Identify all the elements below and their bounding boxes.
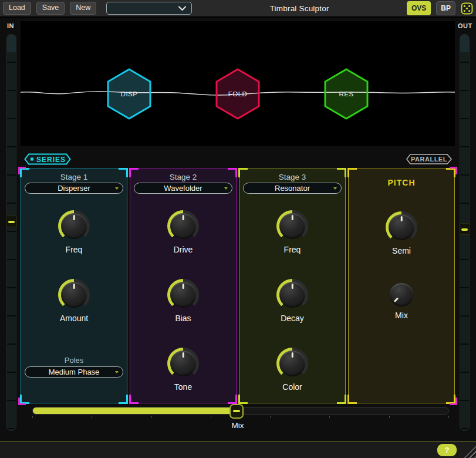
semi-knob-group: Semi — [349, 211, 454, 255]
freq-knob-group: Freq — [239, 210, 345, 254]
poles-label: Poles — [21, 356, 127, 365]
stage-1-title: Stage 1 — [21, 173, 127, 181]
mix-slider[interactable] — [32, 407, 449, 415]
stage-2-drive-knob[interactable] — [167, 210, 199, 242]
corner-bracket — [347, 395, 357, 404]
knob-label: Semi — [349, 246, 454, 255]
pitch-panel: PITCH Semi Mix — [348, 169, 455, 403]
stage-panels-row: Stage 1 Disperser Freq Amount Poles — [21, 169, 455, 403]
input-gain-slider[interactable] — [6, 34, 16, 431]
pitch-title: PITCH — [349, 178, 454, 187]
knob-cap — [279, 282, 305, 308]
knob-label: Tone — [130, 382, 236, 392]
corner-bracket — [129, 395, 139, 404]
knob-label: Color — [239, 382, 345, 392]
resonator-node-label: RES — [339, 90, 353, 97]
knob-pointer — [292, 215, 293, 220]
knob-pointer — [183, 284, 184, 289]
stage-2-panel: Stage 2 Wavefolder Drive Bias — [130, 169, 237, 403]
corner-bracket — [337, 395, 346, 404]
knob-cap — [170, 213, 196, 239]
pitch-mix-knob[interactable] — [389, 282, 414, 308]
parallel-routing-button[interactable]: PARALLEL — [406, 154, 452, 164]
corner-bracket — [20, 395, 29, 404]
stage-1-amount-knob[interactable] — [58, 279, 90, 311]
corner-bracket — [238, 395, 248, 404]
stage-2-tone-knob[interactable] — [167, 348, 199, 379]
poles-dropdown[interactable]: Medium Phase — [25, 366, 123, 378]
bypass-toggle[interactable]: BP — [436, 1, 455, 15]
knob-label: Drive — [130, 245, 236, 254]
input-gain-handle[interactable] — [6, 215, 17, 227]
help-button[interactable]: ? — [437, 444, 457, 456]
disperser-node-label: DISP — [121, 90, 138, 97]
chain-outer-bracket — [450, 167, 457, 174]
knob-cap — [61, 282, 87, 308]
knob-cap — [279, 213, 305, 239]
knob-cap — [279, 351, 305, 376]
knob-label: Freq — [21, 245, 127, 254]
preset-dropdown[interactable] — [106, 2, 192, 15]
stage-3-panel: Stage 3 Resonator Freq Decay — [239, 169, 346, 403]
dropdown-arrow-icon — [115, 371, 119, 373]
knob-cap — [170, 351, 196, 376]
stage-3-type-value: Resonator — [275, 184, 310, 193]
knob-label: Freq — [239, 245, 345, 254]
amount-knob-group: Amount — [21, 279, 127, 323]
output-gain-slider[interactable] — [460, 34, 470, 431]
new-button[interactable]: New — [70, 2, 96, 15]
knob-label: Mix — [349, 311, 454, 320]
series-active-dot — [31, 158, 33, 161]
stage-1-type-dropdown[interactable]: Disperser — [25, 183, 123, 194]
knob-label: Bias — [130, 314, 236, 323]
mix-slider-label: Mix — [21, 421, 455, 430]
save-button[interactable]: Save — [36, 2, 65, 15]
mix-slider-row: Mix — [21, 405, 455, 433]
input-label: IN — [7, 22, 14, 29]
parallel-button-label: PARALLEL — [411, 156, 447, 163]
knob-pointer — [292, 284, 293, 289]
output-gain-handle[interactable] — [459, 223, 470, 235]
dropdown-arrow-icon — [224, 187, 228, 190]
pitch-semi-knob[interactable] — [386, 211, 417, 243]
series-button-label: SERIES — [36, 156, 66, 164]
waveform-display: DISP FOLD RES — [21, 21, 455, 146]
corner-bracket — [446, 395, 455, 404]
knob-label: Decay — [239, 314, 345, 323]
pitch-mix-knob-group: Mix — [349, 282, 454, 320]
stage-1-panel: Stage 1 Disperser Freq Amount Poles — [21, 169, 127, 403]
resize-handle[interactable] — [461, 443, 476, 458]
stage-1-type-value: Disperser — [58, 184, 90, 193]
freq-knob-group: Freq — [21, 210, 127, 254]
dropdown-arrow-icon — [115, 187, 119, 190]
series-routing-button[interactable]: SERIES — [24, 153, 71, 165]
page-title: Timbral Sculptor — [197, 4, 401, 13]
poles-dropdown-value: Medium Phase — [49, 368, 100, 376]
plugin-window: Load Save New Timbral Sculptor OVS BP IN… — [0, 0, 476, 458]
randomize-dice-icon[interactable] — [461, 2, 473, 15]
oversampling-toggle[interactable]: OVS — [407, 1, 431, 15]
stage-2-bias-knob[interactable] — [167, 279, 199, 311]
knob-pointer — [401, 216, 403, 221]
knob-pointer — [183, 215, 184, 220]
wavefolder-node-label: FOLD — [228, 90, 248, 97]
stage-3-type-dropdown[interactable]: Resonator — [243, 183, 342, 194]
knob-cap — [389, 214, 414, 240]
load-button[interactable]: Load — [3, 2, 31, 15]
mix-slider-fill — [33, 408, 237, 414]
drive-knob-group: Drive — [130, 210, 236, 254]
stage-3-decay-knob[interactable] — [276, 279, 308, 311]
mix-slider-ticks — [32, 416, 449, 418]
stage-1-freq-knob[interactable] — [58, 210, 90, 242]
stage-2-title: Stage 2 — [130, 173, 236, 181]
stage-2-type-dropdown[interactable]: Wavefolder — [134, 183, 232, 194]
stage-3-title: Stage 3 — [239, 173, 345, 181]
stage-3-color-knob[interactable] — [276, 348, 308, 379]
corner-bracket — [228, 395, 237, 404]
knob-pointer — [394, 298, 399, 302]
stage-2-type-value: Wavefolder — [164, 184, 202, 193]
knob-cap — [61, 213, 87, 239]
color-knob-group: Color — [239, 348, 345, 392]
stage-3-freq-knob[interactable] — [276, 210, 308, 242]
corner-bracket — [446, 168, 455, 177]
